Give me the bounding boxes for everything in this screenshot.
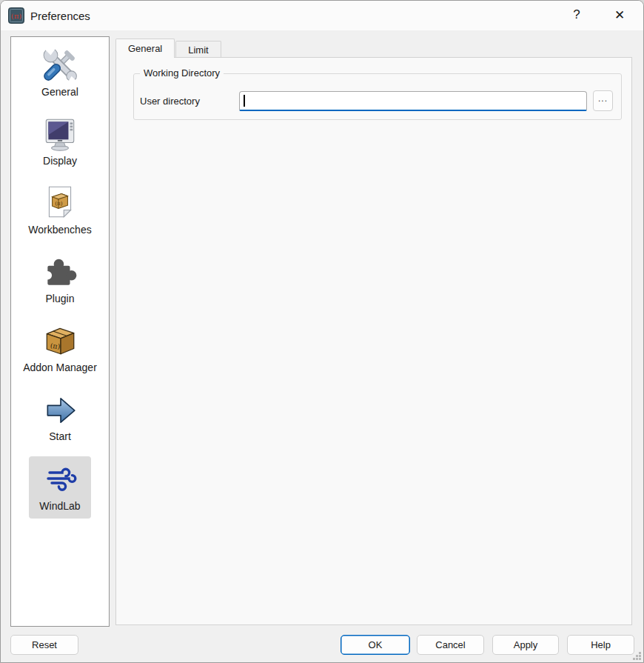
sidebar-item-display[interactable]: Display	[19, 112, 101, 181]
workbench-doc-icon: (π)	[41, 184, 78, 221]
svg-text:(π): (π)	[55, 200, 63, 207]
sidebar-item-workbenches[interactable]: (π) Workbenches	[19, 181, 101, 250]
sidebar-item-plugin[interactable]: Plugin	[19, 250, 101, 319]
tab-general[interactable]: General	[115, 39, 175, 58]
working-directory-groupbox: Working Directory User directory ...	[133, 73, 622, 120]
help-button[interactable]: Help	[567, 635, 634, 655]
user-directory-label: User directory	[140, 96, 239, 107]
app-pi-icon: (π)	[8, 7, 24, 24]
sidebar-item-label: Display	[43, 155, 77, 167]
preferences-dialog: (π) Preferences ? ✕	[0, 0, 644, 663]
ok-button[interactable]: OK	[341, 635, 410, 655]
sidebar-item-addon-manager[interactable]: (π) Addon Manager	[19, 319, 101, 387]
tab-limit[interactable]: Limit	[175, 41, 221, 58]
tabbar: General Limit	[115, 39, 222, 58]
wind-icon	[42, 461, 78, 496]
sidebar-item-general[interactable]: General	[19, 43, 101, 112]
svg-text:(π): (π)	[50, 342, 61, 351]
sidebar-item-start[interactable]: Start	[19, 387, 101, 456]
sidebar-item-label: Addon Manager	[23, 362, 97, 373]
reset-button[interactable]: Reset	[10, 635, 78, 655]
arrow-right-icon	[41, 390, 78, 427]
sidebar-item-windlab[interactable]: WindLab	[29, 456, 91, 519]
sidebar-item-label: Plugin	[46, 293, 75, 304]
monitor-icon	[41, 115, 78, 152]
preference-category-list: General Display	[10, 36, 110, 627]
package-box-icon: (π)	[41, 321, 78, 359]
apply-button[interactable]: Apply	[492, 635, 559, 655]
titlebar-close-button[interactable]: ✕	[605, 2, 634, 27]
window-title: Preferences	[30, 10, 90, 22]
sidebar-item-label: WindLab	[39, 500, 80, 512]
titlebar-help-button[interactable]: ?	[562, 2, 591, 27]
sidebar-item-label: General	[41, 86, 78, 98]
tab-pane-general: Working Directory User directory ...	[115, 57, 632, 625]
app-icon-glyph: (π)	[11, 12, 21, 20]
sidebar-item-label: Workbenches	[28, 224, 91, 236]
text-caret	[244, 95, 245, 107]
resize-grip-icon[interactable]	[631, 650, 641, 660]
titlebar: (π) Preferences ? ✕	[1, 1, 643, 30]
cancel-button[interactable]: Cancel	[417, 635, 484, 655]
browse-button[interactable]: ...	[593, 90, 613, 111]
sidebar-item-label: Start	[49, 430, 71, 442]
user-directory-input-wrap	[239, 91, 587, 111]
tools-icon	[41, 46, 78, 83]
puzzle-icon	[41, 253, 78, 290]
user-directory-input[interactable]	[239, 91, 587, 111]
user-directory-row: User directory ...	[140, 90, 614, 111]
groupbox-title: Working Directory	[140, 67, 224, 79]
